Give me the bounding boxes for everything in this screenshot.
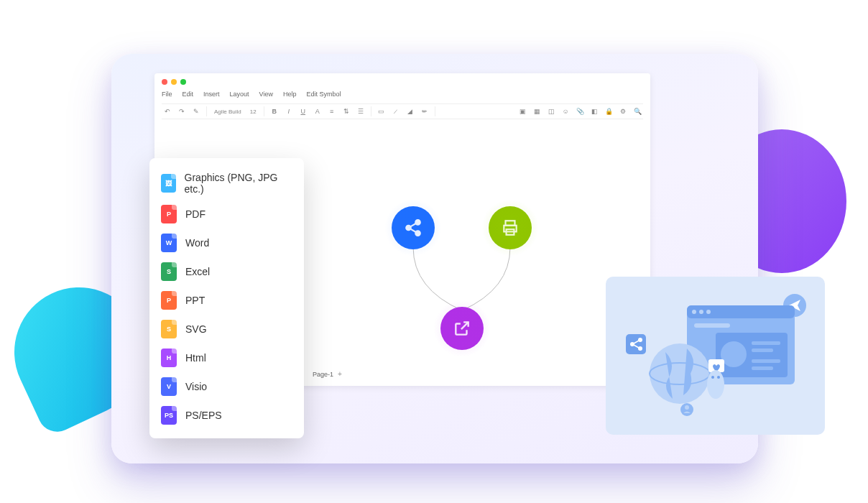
share-illustration-card [606,277,825,435]
export-excel[interactable]: SExcel [149,257,304,286]
font-color-button[interactable]: A [313,107,322,116]
export-item-label: Graphics (PNG, JPG etc.) [185,172,292,195]
toolbar-sep [206,106,207,116]
bold-button[interactable]: B [270,107,279,116]
chart-button[interactable]: ◫ [547,107,555,116]
svg-rect-18 [752,349,773,352]
svg-point-11 [692,310,696,314]
html-file-icon: H [161,349,177,367]
svg-point-12 [699,310,703,314]
svg-point-27 [650,343,710,404]
share-illustration [622,291,809,420]
bullets-button[interactable]: ☰ [356,107,365,116]
clipart-button[interactable]: ☺ [561,107,570,116]
export-item-label: Html [185,352,206,364]
export-visio[interactable]: VVisio [149,372,304,401]
svg-rect-19 [752,359,780,363]
export-graphics[interactable]: 🖼Graphics (PNG, JPG etc.) [149,167,304,200]
export-format-menu: 🖼Graphics (PNG, JPG etc.) PPDF WWord SEx… [149,158,304,438]
fill-button[interactable]: ▭ [377,107,386,116]
export-item-label: Excel [185,266,210,277]
visio-file-icon: V [161,377,177,396]
svg-point-24 [638,346,642,351]
export-item-label: Visio [185,381,207,392]
export-item-label: PDF [185,208,206,220]
add-page-button[interactable]: + [338,370,342,378]
undo-button[interactable]: ↶ [163,107,172,116]
svg-point-22 [638,338,642,342]
shadow-button[interactable]: ◢ [406,107,415,116]
maximize-window-button[interactable] [180,79,186,85]
pen-button[interactable]: ✏ [420,107,429,116]
excel-file-icon: S [161,262,177,281]
search-button[interactable]: 🔍 [633,107,642,116]
export-ppt[interactable]: PPPT [149,286,304,315]
line-style-button[interactable]: ⟋ [392,107,400,116]
toolbar-sep [435,106,435,116]
svg-point-13 [706,310,711,314]
word-file-icon: W [161,234,177,252]
ps-file-icon: PS [161,406,177,425]
settings-button[interactable]: ⚙ [619,107,627,116]
attachment-button[interactable]: 📎 [576,107,584,116]
menu-help[interactable]: Help [283,91,297,98]
export-item-label: Word [185,237,209,249]
redo-button[interactable]: ↷ [177,107,186,116]
layers-button[interactable]: ◧ [590,107,599,116]
menu-edit-symbol[interactable]: Edit Symbol [306,91,341,98]
font-size-select[interactable]: 12 [249,109,258,115]
export-svg[interactable]: SSVG [149,315,304,343]
svg-point-16 [721,341,747,367]
format-painter-button[interactable]: ✎ [192,107,200,116]
menu-layout[interactable]: Layout [230,91,249,98]
svg-file-icon: S [161,320,177,338]
page-tabs: Page-1 + [313,370,342,378]
svg-point-31 [685,405,689,410]
svg-point-34 [717,376,720,379]
export-item-label: PPT [185,295,205,306]
export-html[interactable]: HHtml [149,343,304,372]
export-item-label: PS/EPS [185,410,222,421]
minimize-window-button[interactable] [171,79,177,85]
lock-button[interactable]: 🔒 [604,107,613,116]
svg-rect-21 [626,334,646,354]
menu-edit[interactable]: Edit [183,91,194,98]
export-pdf[interactable]: PPDF [149,200,304,229]
print-node[interactable] [489,206,532,249]
svg-rect-20 [752,366,773,370]
export-word[interactable]: WWord [149,229,304,257]
line-spacing-button[interactable]: ⇅ [342,107,351,116]
menu-insert[interactable]: Insert [203,91,220,98]
toolbar-sep [264,106,264,116]
align-button[interactable]: ≡ [328,107,336,116]
toolbar-sep [371,106,371,116]
menu-file[interactable]: File [162,91,172,98]
svg-point-32 [707,370,724,399]
export-item-label: SVG [185,323,207,335]
export-node[interactable] [440,307,484,350]
svg-rect-17 [752,341,780,345]
toolbar: ↶ ↷ ✎ Agile Build 12 B I U A ≡ ⇅ ☰ ▭ ⟋ ◢… [162,103,643,119]
svg-point-23 [630,342,634,346]
share-node[interactable] [392,206,435,249]
page-tab-1[interactable]: Page-1 [313,371,333,378]
menu-bar: File Edit Insert Layout View Help Edit S… [162,91,341,98]
ppt-file-icon: P [161,291,177,310]
table-button[interactable]: ▦ [532,107,541,116]
pdf-file-icon: P [161,205,177,223]
export-ps[interactable]: PSPS/EPS [149,401,304,430]
italic-button[interactable]: I [285,107,293,116]
close-window-button[interactable] [162,79,167,85]
menu-view[interactable]: View [259,91,273,98]
image-file-icon: 🖼 [161,174,176,193]
svg-point-33 [711,376,714,379]
font-name-select[interactable]: Agile Build [213,109,243,115]
window-controls [162,79,186,85]
image-button[interactable]: ▣ [518,107,527,116]
svg-rect-14 [694,323,730,328]
underline-button[interactable]: U [299,107,308,116]
